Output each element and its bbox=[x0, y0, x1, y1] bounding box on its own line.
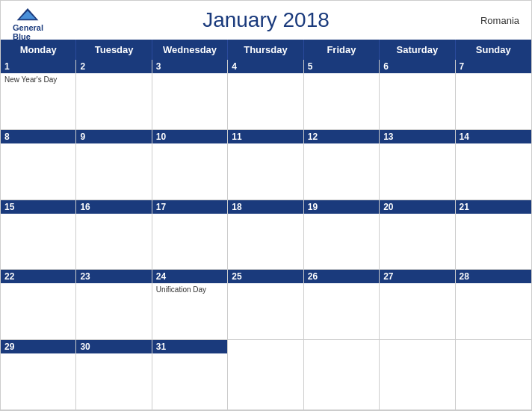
cell-day-number: 27 bbox=[383, 271, 451, 282]
cell-day-number: 19 bbox=[308, 202, 375, 212]
cell-day-number: 23 bbox=[80, 271, 147, 282]
calendar-cell: 24Unification Day bbox=[152, 270, 228, 340]
calendar-cell: 23 bbox=[76, 270, 152, 340]
calendar-cell: 10 bbox=[152, 130, 228, 200]
calendar-cell: 25 bbox=[228, 270, 303, 340]
cell-day-number: 15 bbox=[4, 202, 72, 212]
cell-day-number: 16 bbox=[80, 202, 147, 212]
calendar-cell bbox=[380, 340, 455, 410]
day-header-thursday: Thursday bbox=[228, 40, 303, 60]
calendar-cell bbox=[228, 340, 303, 410]
cell-day-number: 9 bbox=[80, 132, 147, 142]
calendar-cell: 20 bbox=[380, 200, 455, 271]
calendar-cell: 28 bbox=[456, 270, 531, 340]
calendar: General Blue January 2018 Romania Monday… bbox=[0, 0, 532, 411]
cell-day-number: 11 bbox=[232, 132, 299, 142]
calendar-cell: 29 bbox=[1, 340, 76, 410]
cell-day-number: 12 bbox=[308, 132, 375, 142]
calendar-cell bbox=[304, 340, 380, 410]
day-header-friday: Friday bbox=[304, 40, 380, 60]
holiday-label: New Year's Day bbox=[4, 75, 72, 84]
cell-day-number: 3 bbox=[156, 61, 223, 72]
cell-day-number: 8 bbox=[4, 132, 72, 142]
holiday-label: Unification Day bbox=[156, 285, 223, 294]
cell-day-number: 24 bbox=[156, 271, 223, 282]
calendar-grid: 1New Year's Day2345678910111213141516171… bbox=[1, 60, 531, 410]
calendar-cell: 27 bbox=[380, 270, 455, 340]
calendar-cell: 9 bbox=[76, 130, 152, 200]
cell-day-number: 18 bbox=[232, 202, 299, 212]
day-header-tuesday: Tuesday bbox=[76, 40, 152, 60]
calendar-cell: 14 bbox=[456, 130, 531, 200]
cell-day-number: 21 bbox=[460, 202, 528, 212]
logo-text: General Blue bbox=[13, 23, 43, 41]
calendar-cell: 16 bbox=[76, 200, 152, 271]
calendar-cell: 21 bbox=[456, 200, 531, 271]
cell-day-number: 7 bbox=[460, 61, 528, 72]
day-header-saturday: Saturday bbox=[380, 40, 455, 60]
logo-area: General Blue bbox=[13, 7, 43, 41]
cell-day-number: 30 bbox=[80, 342, 147, 352]
calendar-header: General Blue January 2018 Romania bbox=[1, 1, 531, 40]
calendar-cell: 31 bbox=[152, 340, 228, 410]
calendar-cell: 6 bbox=[380, 60, 455, 130]
cell-day-number: 31 bbox=[156, 342, 223, 352]
calendar-cell: 18 bbox=[228, 200, 303, 271]
calendar-cell: 2 bbox=[76, 60, 152, 130]
cell-day-number: 17 bbox=[156, 202, 223, 212]
cell-day-number: 2 bbox=[80, 61, 147, 72]
cell-day-number: 10 bbox=[156, 132, 223, 142]
cell-day-number: 13 bbox=[383, 132, 451, 142]
cell-day-number: 5 bbox=[308, 61, 375, 72]
calendar-cell: 5 bbox=[304, 60, 380, 130]
cell-day-number: 29 bbox=[4, 342, 72, 352]
day-headers-row: MondayTuesdayWednesdayThursdayFridaySatu… bbox=[1, 40, 531, 60]
calendar-cell: 22 bbox=[1, 270, 76, 340]
calendar-cell: 8 bbox=[1, 130, 76, 200]
day-header-monday: Monday bbox=[1, 40, 76, 60]
calendar-cell bbox=[456, 340, 531, 410]
cell-day-number: 28 bbox=[460, 271, 528, 282]
calendar-cell: 26 bbox=[304, 270, 380, 340]
cell-day-number: 20 bbox=[383, 202, 451, 212]
logo-line2: Blue bbox=[13, 32, 31, 41]
cell-day-number: 1 bbox=[4, 61, 72, 72]
cell-day-number: 4 bbox=[232, 61, 299, 72]
month-title: January 2018 bbox=[16, 8, 516, 32]
logo-icon bbox=[14, 7, 41, 23]
calendar-cell: 15 bbox=[1, 200, 76, 271]
calendar-cell: 1New Year's Day bbox=[1, 60, 76, 130]
calendar-cell: 30 bbox=[76, 340, 152, 410]
calendar-cell: 13 bbox=[380, 130, 455, 200]
cell-day-number: 25 bbox=[232, 271, 299, 282]
day-header-sunday: Sunday bbox=[456, 40, 531, 60]
logo-line1: General bbox=[13, 23, 43, 32]
calendar-cell: 4 bbox=[228, 60, 303, 130]
cell-day-number: 14 bbox=[460, 132, 528, 142]
calendar-cell: 7 bbox=[456, 60, 531, 130]
day-header-wednesday: Wednesday bbox=[152, 40, 228, 60]
calendar-cell: 11 bbox=[228, 130, 303, 200]
cell-day-number: 22 bbox=[4, 271, 72, 282]
cell-day-number: 26 bbox=[308, 271, 375, 282]
calendar-cell: 19 bbox=[304, 200, 380, 271]
calendar-cell: 3 bbox=[152, 60, 228, 130]
calendar-cell: 17 bbox=[152, 200, 228, 271]
country-label: Romania bbox=[480, 15, 519, 26]
cell-day-number: 6 bbox=[383, 61, 451, 72]
calendar-cell: 12 bbox=[304, 130, 380, 200]
